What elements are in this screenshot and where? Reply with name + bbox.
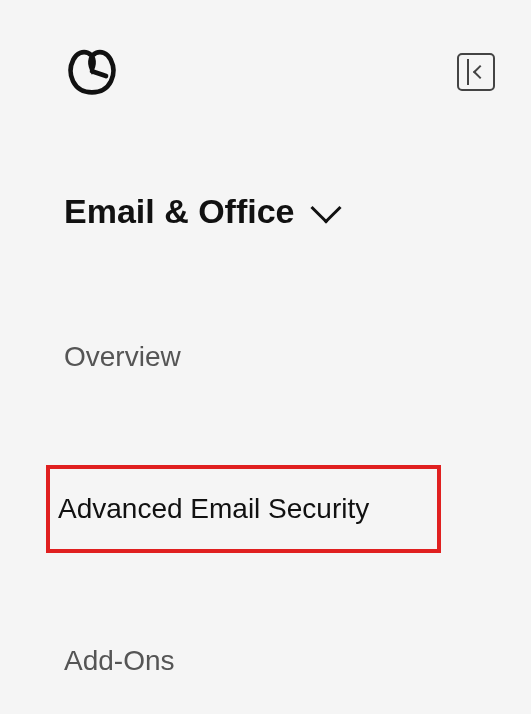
section-dropdown[interactable]: Email & Office bbox=[36, 192, 495, 231]
sidebar-nav: Overview Advanced Email Security Add-Ons bbox=[36, 327, 495, 691]
nav-item-label: Advanced Email Security bbox=[58, 493, 369, 524]
collapse-icon bbox=[467, 59, 469, 85]
sidebar-item-advanced-email-security[interactable]: Advanced Email Security bbox=[46, 465, 441, 553]
nav-item-label: Overview bbox=[64, 341, 181, 372]
logo[interactable] bbox=[64, 48, 120, 96]
header bbox=[36, 48, 495, 96]
section-title: Email & Office bbox=[64, 192, 295, 231]
chevron-down-icon bbox=[310, 192, 341, 223]
chevron-left-icon bbox=[473, 65, 487, 79]
nav-item-label: Add-Ons bbox=[64, 645, 175, 676]
godaddy-logo-icon bbox=[64, 48, 120, 97]
sidebar-item-overview[interactable]: Overview bbox=[64, 327, 495, 387]
collapse-sidebar-button[interactable] bbox=[457, 53, 495, 91]
sidebar-item-add-ons[interactable]: Add-Ons bbox=[64, 631, 495, 691]
